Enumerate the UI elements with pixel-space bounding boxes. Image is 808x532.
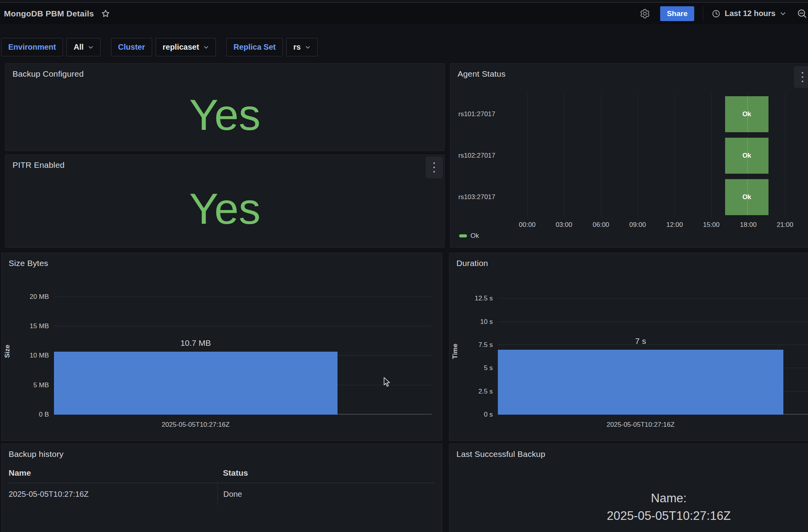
- gridline: [498, 298, 808, 298]
- bar-duration[interactable]: [498, 350, 783, 415]
- panel-menu-kebab-icon[interactable]: [794, 66, 808, 88]
- panel-last-successful-backup: Last Successful Backup Name: 2025-05-05T…: [449, 444, 808, 532]
- filter-value-text: rs: [293, 43, 301, 52]
- filter-value-environment[interactable]: All: [66, 38, 101, 56]
- gridline: [675, 93, 675, 218]
- time-range-picker[interactable]: Last 12 hours: [712, 9, 786, 18]
- gridline: [54, 326, 432, 326]
- state-ok-box[interactable]: Ok: [725, 138, 768, 174]
- bar-size-bytes[interactable]: [54, 352, 338, 415]
- backup-configured-value: Yes: [5, 81, 444, 148]
- filter-label-environment[interactable]: Environment: [1, 38, 63, 56]
- state-segment-seam: [747, 179, 748, 215]
- nav-divider: [703, 7, 703, 21]
- gridline: [527, 93, 528, 218]
- zoom-out-icon[interactable]: [797, 9, 807, 19]
- panel-title: PITR Enabled: [13, 160, 65, 170]
- x-axis-tick: 18:00: [740, 221, 757, 229]
- y-axis-tick: 2.5 s: [478, 388, 493, 395]
- x-axis-category-label: 2025-05-05T10:27:16Z: [607, 421, 675, 429]
- column-header-name[interactable]: Name: [9, 468, 217, 478]
- top-nav: MongoDB PBM Details Share Last 12 hours: [0, 3, 808, 24]
- bar-value-label: 10.7 MB: [180, 338, 211, 348]
- x-axis-tick: 21:00: [777, 221, 794, 229]
- gridline: [601, 93, 602, 218]
- y-axis-title: Size: [3, 288, 12, 415]
- gridline: [785, 93, 785, 218]
- gridline: [498, 345, 808, 345]
- y-axis-tick: 0 s: [484, 411, 493, 419]
- time-range-label: Last 12 hours: [725, 9, 776, 18]
- filter-environment: Environment All: [1, 38, 101, 56]
- filter-value-replica-set[interactable]: rs: [286, 38, 318, 56]
- legend-pill-ok: [459, 234, 467, 237]
- state-segment-seam: [747, 138, 748, 174]
- x-axis-tick: 06:00: [593, 221, 609, 229]
- panel-pitr-enabled: PITR Enabled Yes: [5, 155, 445, 248]
- panel-duration: Duration Time 0 s2.5 s5 s7.5 s10 s12.5 s…: [449, 253, 808, 441]
- chevron-down-icon: [305, 45, 311, 50]
- panel-title: Size Bytes: [9, 259, 48, 268]
- chevron-down-icon: [203, 45, 209, 50]
- timeline-row-label: rs101:27017: [458, 93, 501, 135]
- nav-actions: Share Last 12 hours: [640, 6, 806, 21]
- column-header-status[interactable]: Status: [217, 468, 248, 478]
- panel-title: Backup Configured: [13, 69, 84, 79]
- timeline-legend[interactable]: Ok: [459, 232, 479, 240]
- backup-history-table: Name Status 2025-05-05T10:27:16Z Done: [9, 468, 435, 505]
- gridline: [711, 93, 712, 218]
- filter-cluster: Cluster replicaset: [111, 38, 216, 56]
- timeline-plot: OkOkOk: [501, 93, 802, 218]
- filter-replica-set: Replica Set rs: [226, 38, 318, 56]
- filter-value-text: All: [74, 43, 84, 52]
- state-ok-box[interactable]: Ok: [725, 96, 768, 132]
- panel-title: Last Successful Backup: [456, 449, 545, 459]
- panel-title: Agent Status: [458, 69, 506, 79]
- filter-bar: Environment All Cluster replicaset Repli…: [1, 38, 318, 56]
- star-icon[interactable]: [101, 9, 110, 18]
- filter-label-replica-set[interactable]: Replica Set: [226, 38, 283, 56]
- y-axis-tick: 0 B: [39, 411, 49, 419]
- panel-backup-history: Backup history Name Status 2025-05-05T10…: [1, 444, 442, 532]
- y-axis-tick: 20 MB: [30, 293, 49, 301]
- stat-line-timestamp: 2025-05-05T10:27:16Z: [449, 507, 808, 525]
- timeline-x-axis: 00:0003:0006:0009:0012:0015:0018:0021:00: [501, 221, 802, 230]
- gridline: [564, 93, 564, 218]
- timeline-row-label: rs102:27017: [458, 135, 501, 176]
- dashboard-title: MongoDB PBM Details: [4, 9, 94, 18]
- filter-value-text: replicaset: [163, 43, 199, 52]
- table-row[interactable]: 2025-05-05T10:27:16Z Done: [9, 483, 435, 505]
- cell-backup-name: 2025-05-05T10:27:16Z: [9, 483, 217, 505]
- table-header: Name Status: [9, 468, 435, 483]
- clock-icon: [712, 9, 720, 18]
- chevron-down-icon: [88, 45, 93, 50]
- timeline-row-label: rs103:27017: [458, 176, 501, 218]
- size-bytes-plot: 0 B5 MB10 MB15 MB20 MB10.7 MB2025-05-05T…: [54, 288, 432, 415]
- y-axis-tick: 5 MB: [33, 381, 49, 389]
- y-axis-tick: 10 MB: [30, 352, 49, 359]
- panel-title: Duration: [456, 259, 488, 268]
- filter-label-cluster[interactable]: Cluster: [111, 38, 152, 56]
- last-successful-backup-value: Name: 2025-05-05T10:27:16Z: [449, 489, 808, 525]
- state-timeline: rs101:27017rs102:27017rs103:27017 OkOkOk: [458, 93, 802, 218]
- legend-label: Ok: [470, 232, 479, 240]
- gridline: [498, 322, 808, 322]
- y-axis-tick: 12.5 s: [475, 295, 493, 302]
- gear-icon[interactable]: [640, 9, 650, 19]
- panel-agent-status: Agent Status rs101:27017rs102:27017rs103…: [450, 63, 808, 248]
- panel-size-bytes: Size Bytes Size 0 B5 MB10 MB15 MB20 MB10…: [1, 253, 442, 441]
- share-button[interactable]: Share: [660, 6, 694, 21]
- stat-line-name: Name:: [449, 489, 808, 507]
- panel-title: Backup history: [9, 449, 64, 459]
- cell-backup-status: Done: [217, 483, 435, 505]
- state-ok-box[interactable]: Ok: [725, 179, 768, 215]
- x-axis-category-label: 2025-05-05T10:27:16Z: [162, 421, 230, 429]
- timeline-row-labels: rs101:27017rs102:27017rs103:27017: [458, 93, 501, 218]
- chevron-down-icon: [780, 11, 786, 17]
- x-axis-tick: 00:00: [519, 221, 536, 229]
- y-axis-tick: 10 s: [480, 318, 493, 326]
- pitr-enabled-value: Yes: [5, 172, 444, 245]
- filter-value-cluster[interactable]: replicaset: [156, 38, 216, 56]
- duration-plot: 0 s2.5 s5 s7.5 s10 s12.5 s7 s2025-05-05T…: [498, 288, 808, 415]
- gridline: [54, 297, 432, 297]
